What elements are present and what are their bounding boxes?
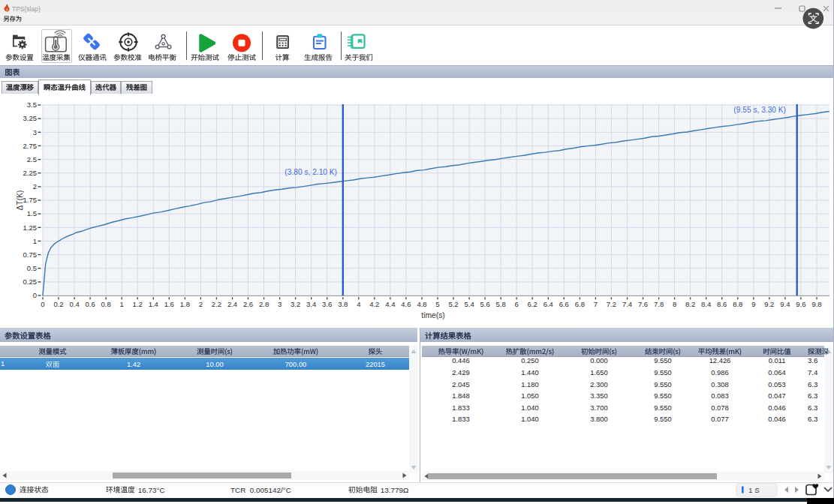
svg-text:1.25: 1.25: [23, 224, 38, 232]
svg-text:0: 0: [33, 291, 37, 299]
svg-text:(9.55 s, 3.30 K): (9.55 s, 3.30 K): [733, 106, 786, 114]
svg-text:8.2: 8.2: [685, 300, 695, 308]
svg-text:6: 6: [515, 300, 519, 308]
svg-text:2.2: 2.2: [212, 300, 221, 308]
svg-text:ΔT(K): ΔT(K): [16, 190, 24, 211]
svg-text:(3.80 s, 2.10 K): (3.80 s, 2.10 K): [285, 168, 337, 176]
svg-text:6.8: 6.8: [575, 300, 585, 308]
svg-text:1.6: 1.6: [164, 300, 174, 308]
svg-text:0.2: 0.2: [53, 300, 63, 308]
svg-text:4.8: 4.8: [417, 300, 426, 308]
svg-text:5.6: 5.6: [480, 300, 489, 308]
svg-text:time(s): time(s): [421, 311, 444, 320]
svg-text:3.2: 3.2: [291, 300, 300, 308]
svg-text:2.25: 2.25: [23, 169, 38, 177]
svg-text:4.2: 4.2: [369, 300, 379, 308]
svg-text:9.2: 9.2: [764, 300, 774, 308]
svg-text:7: 7: [594, 300, 598, 308]
svg-text:2: 2: [199, 300, 203, 308]
svg-text:6.6: 6.6: [559, 300, 569, 308]
svg-text:5: 5: [435, 300, 439, 308]
svg-text:8.6: 8.6: [717, 300, 727, 308]
svg-text:1: 1: [120, 300, 124, 308]
svg-text:8: 8: [673, 300, 676, 308]
svg-text:4: 4: [357, 300, 360, 308]
svg-text:4.6: 4.6: [401, 300, 411, 308]
svg-text:1.2: 1.2: [133, 300, 143, 308]
svg-text:9: 9: [751, 300, 755, 308]
svg-text:3: 3: [33, 128, 37, 136]
svg-text:0: 0: [41, 300, 44, 308]
svg-text:0.8: 0.8: [101, 300, 111, 308]
svg-text:7.4: 7.4: [622, 300, 632, 308]
svg-text:2.8: 2.8: [259, 300, 269, 308]
svg-text:9.8: 9.8: [811, 300, 821, 308]
svg-text:8.4: 8.4: [701, 300, 711, 308]
svg-text:2: 2: [33, 182, 37, 190]
svg-text:3.5: 3.5: [27, 100, 37, 109]
svg-text:8.8: 8.8: [733, 300, 742, 308]
svg-text:3: 3: [278, 300, 282, 308]
svg-text:0.5: 0.5: [27, 264, 37, 272]
svg-text:5.2: 5.2: [448, 300, 458, 308]
svg-text:1 S: 1 S: [748, 486, 760, 494]
svg-text:0.6: 0.6: [85, 300, 95, 308]
svg-text:6.4: 6.4: [543, 300, 553, 308]
svg-text:2.6: 2.6: [243, 300, 253, 308]
svg-text:0.75: 0.75: [23, 250, 38, 259]
svg-text:2.75: 2.75: [23, 142, 38, 150]
svg-text:7.6: 7.6: [638, 300, 648, 308]
svg-text:3.8: 3.8: [338, 300, 348, 308]
svg-text:1: 1: [33, 237, 37, 245]
svg-text:0.4: 0.4: [69, 300, 79, 308]
svg-text:4.4: 4.4: [385, 300, 395, 308]
svg-text:9.4: 9.4: [780, 300, 790, 308]
svg-text:1.5: 1.5: [27, 209, 37, 218]
svg-text:3.6: 3.6: [322, 300, 332, 308]
svg-text:1.8: 1.8: [180, 300, 190, 308]
svg-text:9.6: 9.6: [796, 300, 805, 308]
svg-text:0.25: 0.25: [23, 278, 38, 286]
svg-text:5.8: 5.8: [496, 300, 506, 308]
svg-text:1.4: 1.4: [149, 300, 158, 308]
svg-text:6.2: 6.2: [528, 300, 537, 308]
svg-text:5.4: 5.4: [464, 300, 474, 308]
svg-text:7.8: 7.8: [654, 300, 664, 308]
svg-text:2.4: 2.4: [227, 300, 237, 308]
svg-text:1.75: 1.75: [23, 196, 38, 204]
svg-text:7.2: 7.2: [607, 300, 616, 308]
svg-text:2.5: 2.5: [27, 155, 37, 164]
svg-text:3.4: 3.4: [306, 300, 316, 308]
svg-text:3.25: 3.25: [23, 114, 38, 122]
